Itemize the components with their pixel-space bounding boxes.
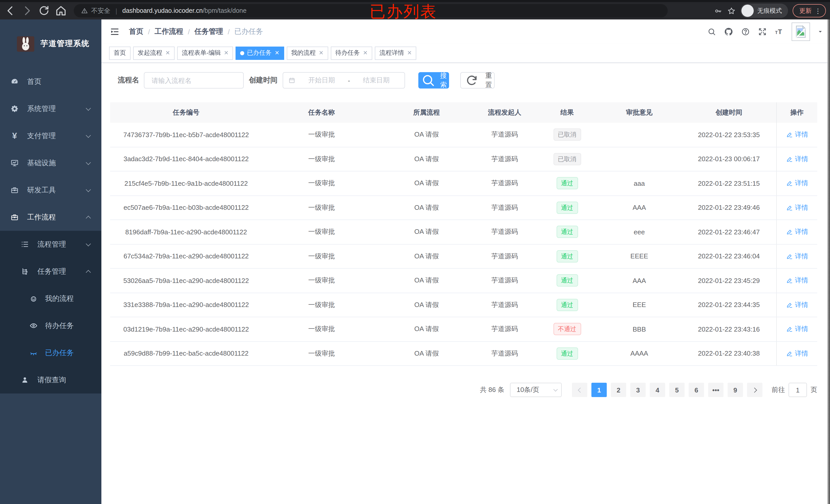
page-size-select[interactable]: 10条/页 bbox=[510, 383, 562, 397]
font-size-icon[interactable]: TT bbox=[775, 27, 784, 36]
sidebar-item-leave-query[interactable]: 请假查询 bbox=[0, 366, 101, 394]
sidebar-item-payment[interactable]: ¥支付管理 bbox=[0, 122, 101, 149]
page-button-1[interactable]: 1 bbox=[592, 383, 607, 397]
back-button[interactable] bbox=[4, 4, 17, 18]
sidebar-item-infra[interactable]: 基础设施 bbox=[0, 149, 101, 176]
breadcrumb-item[interactable]: 工作流程 bbox=[155, 27, 183, 36]
cell-result: 通过 bbox=[537, 299, 597, 311]
navbar: 首页/工作流程/任务管理/已办任务 TT bbox=[101, 20, 830, 43]
close-icon[interactable]: ✕ bbox=[363, 49, 368, 56]
sidebar-item-task-mgmt[interactable]: 任务管理 bbox=[0, 258, 101, 285]
detail-link[interactable]: 详情 bbox=[786, 130, 808, 139]
cell-comment: EEE bbox=[597, 301, 681, 309]
sidebar-item-my-process[interactable]: 我的流程 bbox=[0, 285, 101, 312]
home-button[interactable] bbox=[54, 4, 68, 18]
detail-link[interactable]: 详情 bbox=[786, 228, 808, 237]
sidebar-item-done-tasks[interactable]: 已办任务 bbox=[0, 339, 101, 366]
cell-starter: 芋道源码 bbox=[472, 179, 537, 188]
cell-task-name: 一级审批 bbox=[262, 300, 381, 309]
sidebar-item-home[interactable]: 首页 bbox=[0, 68, 101, 95]
start-date-placeholder[interactable]: 开始日期 bbox=[298, 76, 345, 85]
browser-menu-icon[interactable]: ⋮ bbox=[815, 7, 821, 14]
close-icon[interactable]: ✕ bbox=[319, 49, 323, 56]
tab-process-detail[interactable]: 流程详情✕ bbox=[375, 46, 416, 60]
avatar[interactable] bbox=[792, 22, 810, 41]
hamburger-icon[interactable] bbox=[109, 26, 120, 37]
search-button[interactable]: 搜索 bbox=[418, 72, 449, 89]
cell-task-name: 一级审批 bbox=[262, 130, 381, 139]
detail-link[interactable]: 详情 bbox=[786, 179, 808, 188]
sidebar-item-process-mgmt[interactable]: 流程管理 bbox=[0, 231, 101, 258]
screen: 不安全 | dashboard.yudao.iocoder.cn/bpm/tas… bbox=[0, 0, 830, 504]
sidebar-item-label: 工作流程 bbox=[27, 212, 56, 222]
page-button-5[interactable]: 5 bbox=[669, 383, 684, 397]
github-icon bbox=[724, 27, 733, 36]
toolbox-icon bbox=[10, 186, 19, 195]
cell-result: 通过 bbox=[537, 226, 597, 238]
sidebar-item-todo-tasks[interactable]: 待办任务 bbox=[0, 312, 101, 339]
next-page-button[interactable] bbox=[747, 383, 762, 397]
detail-link[interactable]: 详情 bbox=[786, 300, 808, 309]
tab-start-process[interactable]: 发起流程✕ bbox=[133, 46, 174, 60]
sidebar-item-devtools[interactable]: 研发工具 bbox=[0, 176, 101, 204]
pencil-icon bbox=[786, 156, 793, 163]
column-header: 任务编号 bbox=[110, 108, 262, 117]
tab-todo-tasks[interactable]: 待办任务✕ bbox=[331, 46, 372, 60]
date-range-picker[interactable]: 开始日期 - 结束日期 bbox=[283, 72, 405, 89]
detail-link[interactable]: 详情 bbox=[786, 203, 808, 212]
avatar-caret-icon[interactable] bbox=[818, 29, 823, 34]
page-button-9[interactable]: 9 bbox=[728, 383, 743, 397]
workflow-submenu: 流程管理任务管理我的流程待办任务已办任务请假查询 bbox=[0, 231, 101, 394]
tab-done-tasks[interactable]: 已办任务✕ bbox=[236, 46, 284, 60]
bookmark-star-icon[interactable] bbox=[727, 6, 736, 15]
column-header: 任务名称 bbox=[262, 108, 381, 117]
goto-page-input[interactable] bbox=[789, 383, 807, 397]
process-name-label: 流程名 bbox=[118, 76, 139, 85]
window-scrollbar[interactable] bbox=[827, 20, 830, 504]
page-button-3[interactable]: 3 bbox=[630, 383, 646, 397]
tab-home[interactable]: 首页 bbox=[109, 46, 131, 60]
detail-link[interactable]: 详情 bbox=[786, 155, 808, 164]
cell-task-id: 67c534a2-7b9a-11ec-a290-acde48001122 bbox=[110, 253, 262, 260]
detail-link[interactable]: 详情 bbox=[786, 252, 808, 261]
github-icon[interactable] bbox=[724, 27, 733, 36]
sidebar-item-workflow[interactable]: 工作流程 bbox=[0, 204, 101, 231]
prev-page-button[interactable] bbox=[572, 383, 587, 397]
process-name-input[interactable] bbox=[151, 76, 237, 85]
chevron-down-icon bbox=[86, 241, 91, 246]
chevron-down-icon bbox=[86, 133, 91, 138]
pagination-ellipsis[interactable]: ••• bbox=[708, 383, 724, 397]
close-icon[interactable]: ✕ bbox=[165, 49, 170, 56]
page-button-2[interactable]: 2 bbox=[611, 383, 626, 397]
reload-button[interactable] bbox=[37, 4, 51, 18]
process-name-field[interactable] bbox=[144, 72, 244, 89]
close-icon[interactable]: ✕ bbox=[275, 49, 279, 56]
chrome-update-button[interactable]: 更新 ⋮ bbox=[793, 4, 826, 18]
table-row: 53026aa5-7b9a-11ec-a290-acde48001122一级审批… bbox=[110, 269, 817, 293]
cell-created: 2022-01-22 23:44:35 bbox=[681, 301, 776, 309]
close-icon[interactable]: ✕ bbox=[407, 49, 412, 56]
cell-result: 通过 bbox=[537, 274, 597, 287]
cell-task-id: 331e3388-7b9a-11ec-a290-acde48001122 bbox=[110, 301, 262, 309]
help-icon[interactable] bbox=[741, 27, 750, 36]
forward-button[interactable] bbox=[21, 4, 34, 18]
page-button-6[interactable]: 6 bbox=[689, 383, 704, 397]
cell-starter: 芋道源码 bbox=[472, 228, 537, 237]
chevron-up-icon bbox=[86, 215, 91, 221]
tab-my-process[interactable]: 我的流程✕ bbox=[286, 46, 328, 60]
fullscreen-icon[interactable] bbox=[758, 27, 767, 36]
detail-link[interactable]: 详情 bbox=[786, 276, 808, 285]
search-icon[interactable] bbox=[707, 27, 716, 36]
breadcrumb-item[interactable]: 首页 bbox=[129, 27, 143, 36]
detail-link[interactable]: 详情 bbox=[786, 325, 808, 334]
refresh-icon bbox=[461, 73, 483, 88]
reset-button[interactable]: 重置 bbox=[460, 72, 494, 89]
close-icon[interactable]: ✕ bbox=[224, 49, 228, 56]
page-button-4[interactable]: 4 bbox=[650, 383, 665, 397]
detail-link[interactable]: 详情 bbox=[786, 349, 808, 358]
passkey-icon[interactable] bbox=[714, 6, 723, 15]
breadcrumb-item[interactable]: 任务管理 bbox=[195, 27, 223, 36]
sidebar-item-system[interactable]: 系统管理 bbox=[0, 95, 101, 122]
end-date-placeholder[interactable]: 结束日期 bbox=[353, 76, 400, 85]
tab-form-edit[interactable]: 流程表单-编辑✕ bbox=[177, 46, 233, 60]
